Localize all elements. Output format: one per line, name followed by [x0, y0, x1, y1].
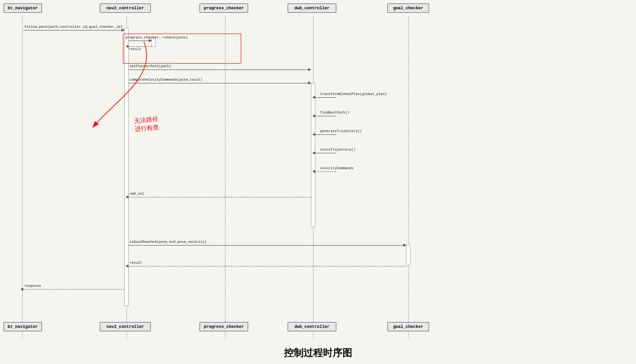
arrow-velcmd-line [315, 172, 336, 172]
activation-dwb-main [311, 84, 315, 227]
actor-bt-navigator-top: bt_navigator [4, 4, 42, 13]
arrow-gentraj-head [312, 133, 315, 136]
arrow-findbest-line [315, 116, 336, 116]
arrow-computevel-head [308, 81, 311, 84]
label-response: response [24, 284, 41, 288]
arrow-goalresult-line [129, 266, 406, 266]
diagram-title: 控制过程时序图 [0, 346, 636, 359]
actor-dwb-controller-bottom: dwb_controller [288, 322, 336, 331]
arrow-gentraj-line [315, 134, 336, 135]
lifeline-progress-checker [225, 16, 225, 338]
actor-progress-checker-top: progress_checker [199, 4, 248, 13]
actor-dwb-controller-top: dwb_controller [288, 4, 336, 13]
arrow-findbest-head [312, 114, 315, 118]
arrow-transform-head [312, 96, 315, 99]
arrow-scoretraj-line [315, 153, 336, 154]
actor-goal-checker-bottom: goal_checker [387, 322, 429, 331]
arrow-goalreach-head [403, 244, 406, 247]
actor-progress-checker-bottom: progress_checker [199, 322, 248, 331]
label-gentraj: generateTrajectory() [320, 129, 362, 133]
arrow-goalreach-line [129, 245, 406, 246]
label-follow-path: follow_path(path,controller_id,goal_chec… [24, 25, 122, 29]
activation-goal-checker [406, 244, 410, 265]
label-goalreach: isGoalReached(pose,end_pose,velocity) [129, 240, 207, 244]
actor-nav2-controller-bottom: nav2_controller [100, 322, 151, 331]
label-transform: transformGlobalPlan(global_plan) [320, 92, 387, 96]
label-scoretraj: scoreTrajectory() [320, 148, 356, 152]
label-findbest: findBestPath() [320, 111, 349, 115]
arrow-velcmd-head [312, 170, 315, 173]
label-velcmd: velocityCommands [320, 166, 354, 170]
sequence-diagram: bt_navigator nav2_controller progress_ch… [0, 0, 636, 364]
label-cmdvel: cmd_vel [129, 192, 144, 196]
arrow-setplanner-head [308, 68, 311, 71]
annotation-chinese: 无法路径 进行检查 [134, 115, 159, 134]
label-goalresult: result [129, 261, 142, 265]
actor-goal-checker-top: goal_checker [387, 4, 429, 13]
actor-nav2-controller-top: nav2_controller [100, 4, 151, 13]
arrow-transform-line [315, 97, 336, 98]
arrow-response-line [23, 289, 124, 290]
arrow-cmdvel-line [129, 197, 311, 198]
lifeline-goal-checker [408, 16, 409, 338]
arrow-response-head [21, 288, 23, 291]
arrow-goalresult-head [126, 264, 129, 268]
actor-bt-navigator-bottom: bt_navigator [4, 322, 42, 331]
arrow-scoretraj-head [312, 151, 315, 154]
arrow-cmdvel-head [126, 195, 129, 198]
